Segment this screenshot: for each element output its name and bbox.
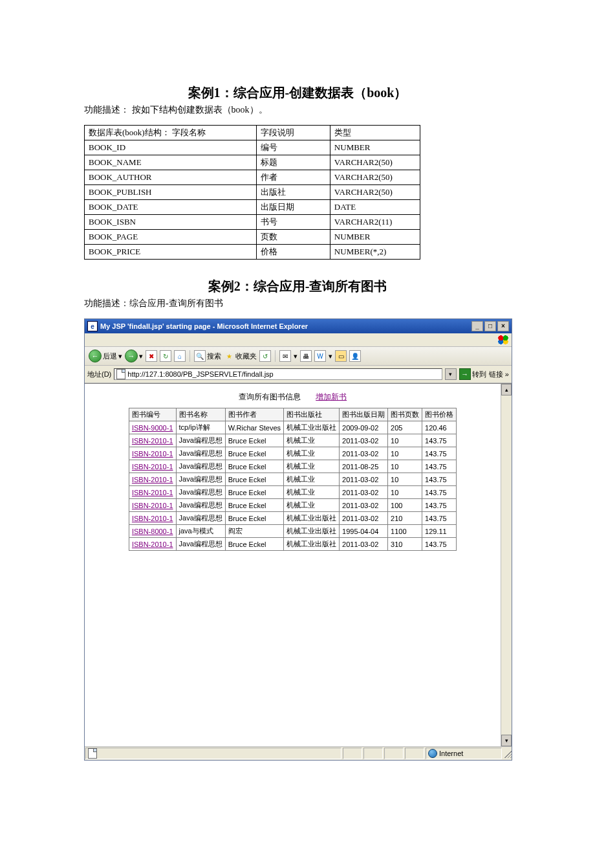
- table-cell: Bruce Eckel: [225, 538, 283, 551]
- schema-row: BOOK_ISBN书号VARCHAR2(11): [85, 215, 420, 230]
- table-row: ISBN-9000-1tcp/ip详解W.Richar Steves机械工业出版…: [129, 421, 456, 434]
- book-id-link[interactable]: ISBN-8000-1: [132, 528, 173, 535]
- schema-cell: VARCHAR2(50): [330, 170, 420, 185]
- table-header-row: 图书编号图书名称图书作者图书出版社图书出版日期图书页数图书价格: [129, 408, 456, 421]
- table-cell: Java编程思想: [176, 486, 225, 499]
- table-cell: Java编程思想: [176, 434, 225, 447]
- table-cell: 机械工业出版社: [284, 538, 340, 551]
- history-icon[interactable]: ↺: [259, 350, 271, 362]
- table-cell: W.Richar Steves: [225, 421, 283, 434]
- book-id-link[interactable]: ISBN-2010-1: [132, 437, 173, 445]
- table-cell: ISBN-9000-1: [129, 421, 176, 434]
- schema-cell: BOOK_ID: [85, 140, 257, 155]
- go-button[interactable]: → 转到: [459, 368, 486, 380]
- back-label: 后退: [103, 351, 117, 361]
- book-id-link[interactable]: ISBN-2010-1: [132, 476, 173, 484]
- links-label[interactable]: 链接 »: [489, 370, 509, 379]
- back-button[interactable]: ← 后退 ▾: [89, 350, 122, 362]
- minimize-button[interactable]: _: [471, 321, 483, 331]
- stop-icon[interactable]: ✖: [146, 350, 157, 362]
- resize-grip-icon[interactable]: [503, 749, 512, 758]
- table-cell: 2011-03-02: [340, 499, 388, 512]
- forward-button[interactable]: → ▾: [125, 350, 143, 362]
- add-book-link[interactable]: 增加新书: [316, 392, 347, 401]
- discuss-icon[interactable]: ▭: [335, 350, 347, 362]
- status-cell: [405, 748, 424, 759]
- book-id-link[interactable]: ISBN-2010-1: [132, 489, 173, 496]
- status-left: [85, 748, 341, 759]
- table-row: ISBN-2010-1Java编程思想Bruce Eckel机械工业2011-0…: [129, 434, 456, 447]
- case2-desc: 功能描述：综合应用-查询所有图书: [84, 298, 511, 309]
- table-cell: Bruce Eckel: [225, 486, 283, 499]
- table-cell: 阎宏: [225, 525, 283, 538]
- book-id-link[interactable]: ISBN-2010-1: [132, 502, 173, 509]
- case1-desc: 功能描述： 按如下结构创建数据表（book）。: [84, 104, 511, 116]
- ie-icon: e: [87, 321, 98, 331]
- table-cell: ISBN-2010-1: [129, 460, 176, 473]
- table-header: 图书作者: [225, 408, 283, 421]
- table-cell: Bruce Eckel: [225, 447, 283, 460]
- schema-row: BOOK_PAGE页数NUMBER: [85, 230, 420, 245]
- forward-arrow-icon: →: [125, 350, 138, 362]
- schema-cell: VARCHAR2(50): [330, 185, 420, 200]
- page-heading-row: 查询所有图书信息 增加新书: [85, 392, 501, 403]
- book-table: 图书编号图书名称图书作者图书出版社图书出版日期图书页数图书价格 ISBN-900…: [129, 408, 457, 551]
- schema-header-row: 数据库表(book)结构： 字段名称 字段说明 类型: [85, 126, 420, 140]
- maximize-button[interactable]: □: [484, 321, 496, 331]
- scroll-up-icon[interactable]: ▴: [501, 384, 512, 395]
- table-cell: 143.75: [422, 499, 457, 512]
- scroll-down-icon[interactable]: ▾: [501, 735, 512, 746]
- table-cell: 143.75: [422, 434, 457, 447]
- vertical-scrollbar[interactable]: ▴ ▾: [501, 384, 512, 746]
- address-input[interactable]: http://127.1:8080/PB_JSPSERVLET/findall.…: [114, 368, 442, 380]
- table-header: 图书出版日期: [340, 408, 388, 421]
- table-cell: Java编程思想: [176, 538, 225, 551]
- table-cell: 143.75: [422, 538, 457, 551]
- content-area: 查询所有图书信息 增加新书 图书编号图书名称图书作者图书出版社图书出版日期图书页…: [85, 383, 512, 746]
- go-arrow-icon: →: [459, 368, 471, 380]
- table-row: ISBN-2010-1Java编程思想Bruce Eckel机械工业出版社201…: [129, 538, 456, 551]
- schema-cell: 作者: [257, 170, 330, 185]
- search-label: 搜索: [207, 351, 221, 361]
- titlebar: e My JSP 'findall.jsp' starting page - M…: [85, 319, 512, 333]
- table-cell: Java编程思想: [176, 447, 225, 460]
- home-icon[interactable]: ⌂: [174, 350, 186, 362]
- table-cell: Bruce Eckel: [225, 434, 283, 447]
- table-cell: 机械工业出版社: [284, 525, 340, 538]
- table-cell: ISBN-2010-1: [129, 512, 176, 525]
- table-cell: 机械工业: [284, 447, 340, 460]
- page-heading: 查询所有图书信息: [239, 392, 301, 401]
- book-id-link[interactable]: ISBN-9000-1: [132, 424, 173, 432]
- table-cell: 143.75: [422, 447, 457, 460]
- schema-cell: BOOK_ISBN: [85, 215, 257, 230]
- schema-cell: BOOK_PRICE: [85, 245, 257, 260]
- search-button[interactable]: 🔍 搜索: [194, 350, 221, 362]
- mail-icon[interactable]: ✉: [279, 350, 291, 362]
- book-id-link[interactable]: ISBN-2010-1: [132, 463, 173, 471]
- table-row: ISBN-2010-1Java编程思想Bruce Eckel机械工业2011-0…: [129, 486, 456, 499]
- schema-row: BOOK_PUBLISH出版社VARCHAR2(50): [85, 185, 420, 200]
- schema-row: BOOK_NAME标题VARCHAR2(50): [85, 155, 420, 170]
- refresh-icon[interactable]: ↻: [160, 350, 171, 362]
- schema-cell: 出版日期: [257, 200, 330, 215]
- table-header: 图书价格: [422, 408, 457, 421]
- print-icon[interactable]: 🖶: [300, 350, 312, 362]
- table-row: ISBN-2010-1Java编程思想Bruce Eckel机械工业2011-0…: [129, 473, 456, 486]
- close-button[interactable]: ×: [497, 321, 509, 331]
- table-cell: Bruce Eckel: [225, 460, 283, 473]
- book-id-link[interactable]: ISBN-2010-1: [132, 450, 173, 458]
- table-cell: 120.46: [422, 421, 457, 434]
- address-dropdown[interactable]: ▾: [445, 368, 457, 380]
- book-id-link[interactable]: ISBN-2010-1: [132, 515, 173, 522]
- table-cell: 143.75: [422, 473, 457, 486]
- messenger-icon[interactable]: 👤: [349, 350, 361, 362]
- table-cell: 机械工业出版社: [284, 421, 340, 434]
- status-bar: Internet: [85, 746, 512, 760]
- table-cell: 2011-03-02: [340, 473, 388, 486]
- favorites-button[interactable]: ★ 收藏夹: [224, 351, 257, 361]
- book-id-link[interactable]: ISBN-2010-1: [132, 540, 173, 548]
- edit-icon[interactable]: W: [314, 350, 326, 362]
- table-cell: 10: [388, 460, 422, 473]
- table-header: 图书名称: [176, 408, 225, 421]
- table-cell: 机械工业: [284, 486, 340, 499]
